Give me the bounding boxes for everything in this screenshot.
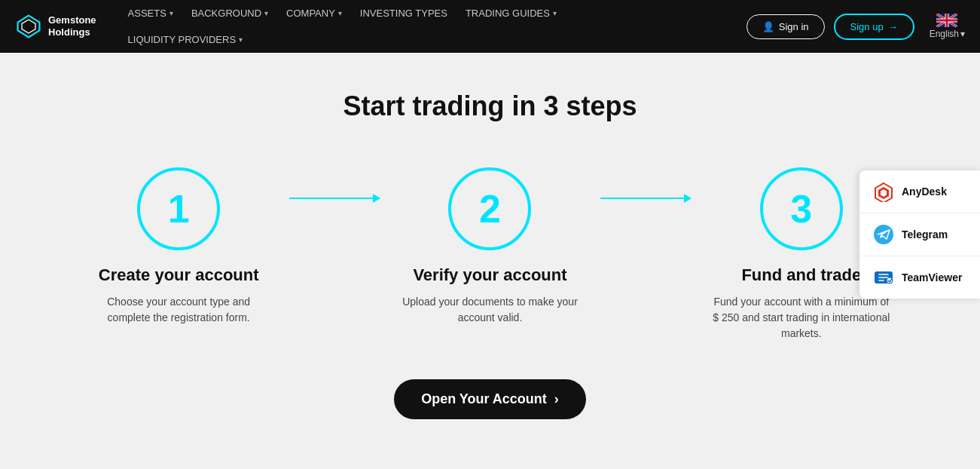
arrow-1 [289,167,380,199]
anydesk-label: AnyDesk [902,185,947,198]
uk-flag-icon [936,14,957,27]
person-icon: 👤 [762,21,774,32]
svg-point-8 [887,277,893,284]
step-1-title: Create your account [99,265,259,285]
nav-row-2: LIQUIDITY PROVIDERS ▾ [119,26,746,53]
nav-right-area: 👤 Sign in Sign up → English ▾ [746,14,965,40]
step-1: 1 Create your account Choose your accoun… [76,167,282,326]
signup-button[interactable]: Sign up → [834,14,914,40]
step-1-circle: 1 [137,167,220,250]
open-account-arrow-icon: › [554,391,559,407]
step-2-description: Upload your documents to make your accou… [399,294,580,326]
step-1-description: Choose your account type and complete th… [88,294,269,326]
telegram-label: Telegram [902,228,948,241]
logo-icon [15,13,42,40]
signin-button[interactable]: 👤 Sign in [746,14,825,39]
arrow-2 [600,167,691,199]
language-selector[interactable]: English ▾ [930,14,965,39]
logo[interactable]: Gemstone Holdings [15,13,96,40]
side-panel-anydesk[interactable]: AnyDesk [859,170,980,213]
anydesk-icon [873,181,894,202]
telegram-icon [873,224,894,245]
background-chevron: ▾ [264,9,268,17]
step-3-description: Fund your account with a minimum of $ 25… [711,294,892,342]
nav-liquidity-providers[interactable]: LIQUIDITY PROVIDERS ▾ [119,14,252,66]
arrow-line-1 [289,198,380,199]
page-title: Start trading in 3 steps [343,90,637,122]
logo-text: Gemstone Holdings [48,14,96,38]
step-2-title: Verify your account [413,265,566,285]
side-panel-teamviewer[interactable]: TeamViewer [859,256,980,299]
main-content: Start trading in 3 steps 1 Create your a… [0,53,980,449]
step-2-circle: 2 [448,167,531,250]
signup-arrow-icon: → [888,21,898,32]
step-3-circle: 3 [760,167,843,250]
side-panel-telegram[interactable]: Telegram [859,213,980,256]
teamviewer-label: TeamViewer [902,271,962,284]
liquidity-providers-chevron: ▾ [239,35,243,44]
teamviewer-icon [873,267,894,288]
language-label: English ▾ [930,29,965,39]
step-3-title: Fund and trade [741,265,861,285]
nav-links-area: ASSETS ▾ BACKGROUND ▾ COMPANY ▾ INVESTIN… [119,0,746,53]
svg-marker-0 [18,16,40,38]
open-account-button[interactable]: Open Your Account › [394,379,586,419]
navbar: Gemstone Holdings ASSETS ▾ BACKGROUND ▾ … [0,0,980,53]
svg-marker-1 [22,20,35,33]
arrow-line-2 [600,198,691,199]
language-chevron: ▾ [960,29,965,39]
company-chevron: ▾ [338,9,342,17]
steps-container: 1 Create your account Choose your accoun… [76,167,905,342]
trading-guides-chevron: ▾ [553,9,557,17]
step-2: 2 Verify your account Upload your docume… [387,167,593,326]
svg-point-6 [874,225,893,244]
side-panel: AnyDesk Telegram TeamViewer [859,170,980,299]
